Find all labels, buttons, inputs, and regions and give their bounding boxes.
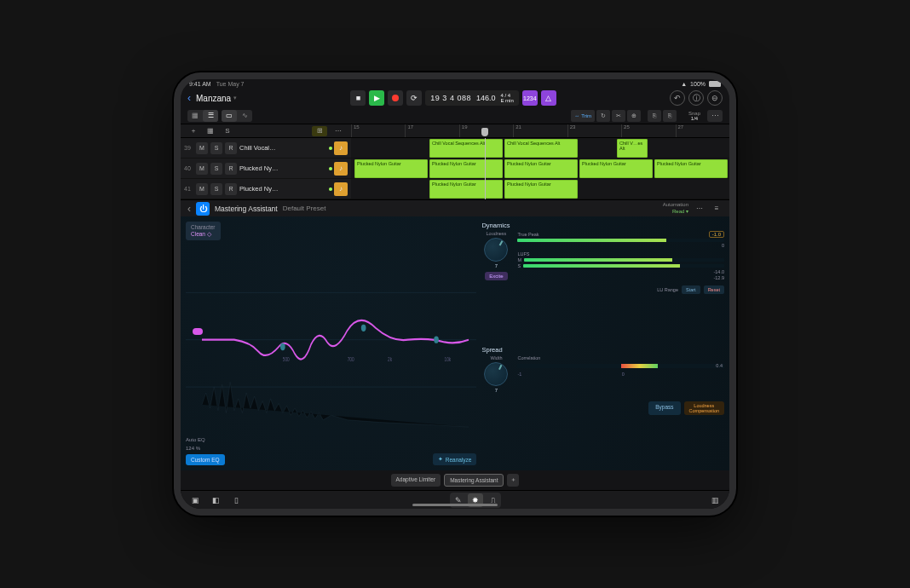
lufs-label: LUFS [517, 251, 724, 257]
lcd-display[interactable]: 19 3 4 088 146.0 4 / 4 E min [425, 90, 518, 106]
mute-button[interactable]: M [196, 163, 208, 175]
undo-button[interactable]: ↶ [670, 90, 685, 106]
lu-start-button[interactable]: Start [682, 285, 700, 294]
timeline-ruler[interactable]: 15171921232527 [351, 124, 729, 137]
true-peak-meter [517, 239, 724, 242]
automation-mode-selector[interactable]: Automation Read ▾ [663, 202, 688, 214]
add-plugin-button[interactable]: ＋ [507, 474, 519, 487]
track-header[interactable]: 39MSRChill Vocal…♪ [181, 138, 351, 159]
plugin-preset[interactable]: Default Preset [283, 205, 326, 212]
track-header[interactable]: 40MSRPlucked Ny…♪ [181, 159, 351, 179]
loop-browser-button[interactable]: ⊞ [312, 126, 327, 136]
plugin-back-button[interactable]: ‹ [187, 203, 191, 215]
browser-button[interactable]: ▣ [187, 493, 203, 507]
audio-clip[interactable]: Plucked Nylon Guitar [579, 159, 653, 178]
eq-graph[interactable]: 500 700 2k 10k [186, 245, 476, 434]
audio-clip[interactable]: Plucked Nylon Guitar [354, 159, 428, 178]
correlation-label: Correlation [517, 355, 724, 360]
move-tool-button[interactable]: ⎘ [648, 110, 661, 122]
plugin-chip-adaptive-limiter[interactable]: Adaptive Limiter [391, 474, 441, 487]
mute-button[interactable]: M [196, 183, 208, 195]
status-time: 9:41 AM [189, 81, 211, 87]
view-segmented-control[interactable]: ▦ ☰ [187, 110, 218, 122]
automation-view-button[interactable]: ∿ [237, 110, 252, 122]
lu-range-label: LU Range [657, 287, 678, 292]
battery-icon [709, 81, 721, 87]
solo-button[interactable]: S [210, 163, 222, 175]
plugin-more-button[interactable]: ⋯ [694, 204, 706, 214]
split-tool-button[interactable]: ✂ [612, 110, 625, 122]
plugin-expand-button[interactable]: ≡ [711, 204, 723, 214]
mute-button[interactable]: M [196, 142, 208, 154]
track-lane[interactable]: Plucked Nylon GuitarPlucked Nylon Guitar… [351, 159, 729, 179]
track-number: 39 [184, 145, 194, 151]
help-button[interactable]: ⓘ [688, 90, 704, 106]
lufs-s-value: -12.9 [713, 275, 724, 280]
excite-button[interactable]: Excite [485, 272, 507, 280]
audio-clip[interactable]: Chill Vocal Sequences Alt [504, 139, 578, 158]
track-lane[interactable]: Plucked Nylon GuitarPlucked Nylon Guitar [351, 179, 729, 199]
bypass-button[interactable]: Bypass [648, 401, 680, 415]
custom-eq-button[interactable]: Custom EQ [186, 454, 225, 465]
plugin-power-button[interactable]: ⏻ [196, 202, 210, 216]
track-instrument-icon[interactable]: ♪ [334, 162, 348, 176]
home-indicator[interactable] [412, 504, 498, 506]
settings-button[interactable]: ⊖ [707, 90, 723, 106]
audio-clip[interactable]: Plucked Nylon Guitar [429, 159, 503, 178]
keyboard-button[interactable]: ▥ [707, 493, 723, 507]
playhead[interactable] [481, 128, 488, 136]
track-header[interactable]: 41MSRPlucked Ny…♪ [181, 179, 351, 199]
audio-clip[interactable]: Chill Vocal Sequences Alt [429, 139, 503, 158]
copy-tool-button[interactable]: ⎘ [663, 110, 677, 122]
region-view-button[interactable]: ▭ [222, 110, 237, 122]
true-peak-value[interactable]: -1.0 [709, 231, 724, 238]
record-enable-button[interactable]: R [225, 183, 237, 195]
audio-clip[interactable]: Plucked Nylon Guitar [504, 159, 578, 178]
sampler-button[interactable]: ◧ [208, 493, 223, 507]
track-active-dot [329, 187, 332, 191]
audio-clip[interactable]: Plucked Nylon Guitar [429, 180, 503, 199]
metronome-button[interactable]: △ [541, 90, 556, 106]
width-knob[interactable]: Width 7 [481, 355, 510, 393]
solo-button[interactable]: S [210, 183, 222, 195]
character-selector[interactable]: Character Clean ◇ [186, 222, 221, 240]
trim-tool-button[interactable]: ↔Trim [571, 110, 595, 122]
tracks-button[interactable]: ▦ [204, 126, 216, 136]
global-solo-button[interactable]: S [222, 126, 233, 136]
record-enable-button[interactable]: R [225, 163, 237, 175]
count-in-button[interactable]: 1234 [522, 90, 538, 106]
track-instrument-icon[interactable]: ♪ [334, 141, 348, 155]
loop-tool-button[interactable]: ↻ [596, 110, 610, 122]
play-button[interactable]: ▶ [369, 90, 384, 106]
tracks-more-button[interactable]: ⋯ [332, 126, 344, 136]
audio-clip[interactable]: Chill V…es Alt [617, 139, 648, 158]
list-view-button[interactable]: ☰ [203, 110, 218, 122]
stop-button[interactable]: ■ [350, 90, 366, 106]
grid-view-button[interactable]: ▦ [187, 110, 203, 122]
project-title-button[interactable]: Manzana ▾ [196, 94, 237, 103]
notes-button[interactable]: ▯ [228, 493, 244, 507]
record-button[interactable] [388, 90, 403, 106]
snap-setting[interactable]: Snap 1/4 [688, 111, 700, 121]
track-instrument-icon[interactable]: ♪ [334, 182, 348, 196]
reanalyze-button[interactable]: ✦ Reanalyze [433, 453, 477, 465]
tempo-display: 146.0 [476, 94, 496, 102]
solo-button[interactable]: S [210, 142, 222, 154]
loudness-knob[interactable]: Loudness 7 Excite [481, 231, 510, 294]
cycle-button[interactable]: ⟳ [406, 90, 422, 106]
loudness-compensation-button[interactable]: Loudness Compensation [684, 401, 724, 415]
true-peak-label: True Peak [517, 232, 539, 237]
toolbar-more-button[interactable]: ⋯ [707, 110, 723, 122]
back-button[interactable]: ‹ [187, 92, 191, 104]
lu-reset-button[interactable]: Reset [704, 285, 724, 294]
plugin-chip-mastering-assistant[interactable]: Mastering Assistant [444, 474, 504, 487]
audio-clip[interactable]: Plucked Nylon Guitar [654, 159, 728, 178]
track-lane[interactable]: Chill Vocal Sequences AltChill Vocal Seq… [351, 138, 729, 159]
record-enable-button[interactable]: R [225, 142, 237, 154]
display-segmented-control[interactable]: ▭ ∿ [222, 110, 252, 122]
track-lanes[interactable]: Chill Vocal Sequences AltChill Vocal Seq… [351, 138, 729, 199]
audio-clip[interactable]: Plucked Nylon Guitar [504, 180, 578, 199]
add-track-button[interactable]: ＋ [187, 126, 199, 136]
join-tool-button[interactable]: ⊕ [627, 110, 641, 122]
eq-gain-slider[interactable] [193, 328, 203, 335]
